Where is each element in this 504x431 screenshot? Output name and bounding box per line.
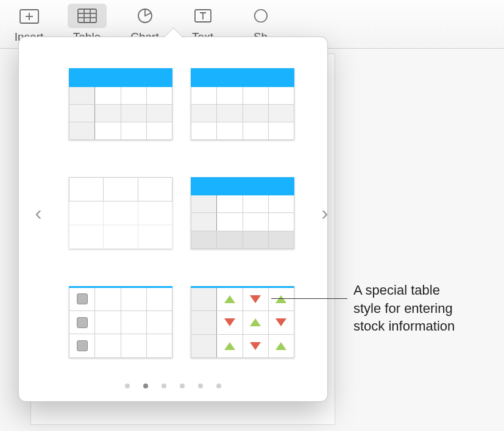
prev-page-button[interactable]: ‹ <box>29 201 48 225</box>
callout-leader-line <box>271 298 347 299</box>
shape-icon <box>253 7 269 24</box>
page-dot[interactable] <box>216 384 221 388</box>
next-page-button[interactable]: › <box>316 201 334 225</box>
table-style-header-sidecol[interactable] <box>69 68 172 140</box>
page-dots <box>19 371 327 401</box>
page-dot[interactable] <box>180 384 185 388</box>
table-styles-grid: ‹ › <box>19 37 327 371</box>
chevron-left-icon: ‹ <box>35 201 41 224</box>
table-style-header-plain[interactable] <box>191 68 294 140</box>
page-dot[interactable] <box>161 384 166 388</box>
callout-line3: stock information <box>353 318 455 334</box>
table-styles-popover: ‹ › <box>18 37 328 402</box>
table-style-stock[interactable] <box>191 286 294 358</box>
callout-line2: style for entering <box>353 301 453 316</box>
table-icon <box>77 7 98 24</box>
table-style-checklist[interactable] <box>69 286 172 358</box>
callout-text: A special table style for entering stock… <box>353 281 500 335</box>
svg-point-10 <box>254 10 266 22</box>
page-dot[interactable] <box>125 384 130 388</box>
svg-rect-3 <box>78 9 96 23</box>
callout-line1: A special table <box>353 282 440 298</box>
table-style-plain-grid[interactable] <box>69 177 172 249</box>
page-dot[interactable] <box>198 384 203 388</box>
table-style-header-footer[interactable] <box>191 177 294 249</box>
text-icon <box>193 7 213 24</box>
page-dot[interactable] <box>143 384 148 388</box>
chevron-right-icon: › <box>321 201 328 224</box>
chart-icon <box>135 7 155 24</box>
insert-icon <box>19 7 40 24</box>
